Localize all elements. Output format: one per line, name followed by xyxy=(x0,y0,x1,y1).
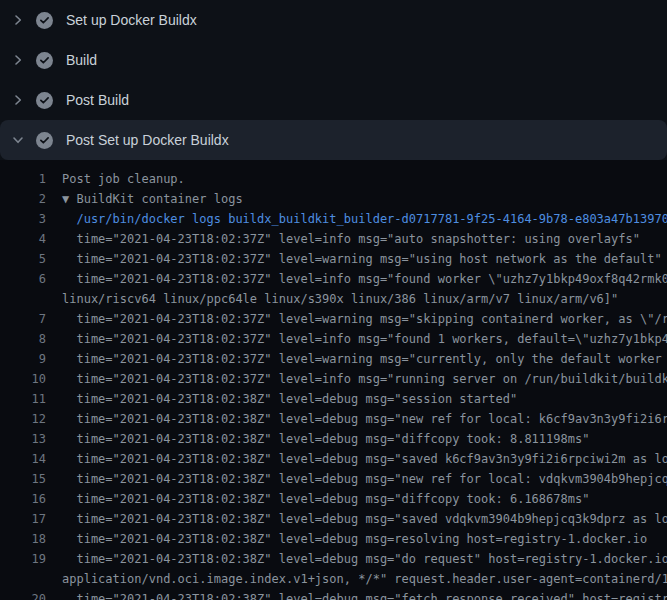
line-number xyxy=(0,289,46,309)
log-text: time="2021-04-23T18:02:38Z" level=debug … xyxy=(46,409,667,429)
line-number xyxy=(0,569,46,589)
log-line: 9 time="2021-04-23T18:02:37Z" level=warn… xyxy=(0,349,667,369)
log-line: 4 time="2021-04-23T18:02:37Z" level=info… xyxy=(0,229,667,249)
line-number[interactable]: 13 xyxy=(0,429,46,449)
log-group-toggle[interactable]: ▼ BuildKit container logs xyxy=(46,189,243,209)
step-header-set-up-docker-buildx[interactable]: Set up Docker Buildx xyxy=(0,0,667,40)
log-text: time="2021-04-23T18:02:38Z" level=debug … xyxy=(46,469,667,489)
chevron-right-icon xyxy=(10,52,26,68)
line-number[interactable]: 19 xyxy=(0,549,46,569)
step-list: Set up Docker BuildxBuildPost BuildPost … xyxy=(0,0,667,160)
log-text: time="2021-04-23T18:02:37Z" level=info m… xyxy=(46,329,667,349)
log-line: 15 time="2021-04-23T18:02:38Z" level=deb… xyxy=(0,469,667,489)
log-text: time="2021-04-23T18:02:38Z" level=debug … xyxy=(46,489,589,509)
log-text: application/vnd.oci.image.index.v1+json,… xyxy=(46,569,667,589)
log-text: Post job cleanup. xyxy=(46,169,185,189)
log-line: 8 time="2021-04-23T18:02:37Z" level=info… xyxy=(0,329,667,349)
line-number[interactable]: 1 xyxy=(0,169,46,189)
step-header-build[interactable]: Build xyxy=(0,40,667,80)
line-number[interactable]: 9 xyxy=(0,349,46,369)
log-line: 18 time="2021-04-23T18:02:38Z" level=deb… xyxy=(0,529,667,549)
step-label: Post Set up Docker Buildx xyxy=(66,132,229,148)
log-text: time="2021-04-23T18:02:37Z" level=info m… xyxy=(46,269,667,289)
log-text: time="2021-04-23T18:02:38Z" level=debug … xyxy=(46,389,517,409)
chevron-right-icon xyxy=(10,12,26,28)
log-text: time="2021-04-23T18:02:38Z" level=debug … xyxy=(46,549,667,569)
log-line: application/vnd.oci.image.index.v1+json,… xyxy=(0,569,667,589)
step-label: Build xyxy=(66,52,97,68)
log-line: 10 time="2021-04-23T18:02:37Z" level=inf… xyxy=(0,369,667,389)
log-line: 11 time="2021-04-23T18:02:38Z" level=deb… xyxy=(0,389,667,409)
line-number[interactable]: 15 xyxy=(0,469,46,489)
line-number[interactable]: 5 xyxy=(0,249,46,269)
log-line: 17 time="2021-04-23T18:02:38Z" level=deb… xyxy=(0,509,667,529)
line-number[interactable]: 7 xyxy=(0,309,46,329)
step-label: Set up Docker Buildx xyxy=(66,12,197,28)
log-panel: 1Post job cleanup.2▼ BuildKit container … xyxy=(0,160,667,600)
log-text: time="2021-04-23T18:02:38Z" level=debug … xyxy=(46,589,667,600)
log-text: time="2021-04-23T18:02:38Z" level=debug … xyxy=(46,509,667,529)
log-text: time="2021-04-23T18:02:38Z" level=debug … xyxy=(46,529,647,549)
log-line: linux/riscv64 linux/ppc64le linux/s390x … xyxy=(0,289,667,309)
check-circle-icon xyxy=(36,12,53,29)
line-number[interactable]: 6 xyxy=(0,269,46,289)
line-number[interactable]: 12 xyxy=(0,409,46,429)
line-number[interactable]: 11 xyxy=(0,389,46,409)
log-text: linux/riscv64 linux/ppc64le linux/s390x … xyxy=(46,289,618,309)
check-circle-icon xyxy=(36,132,53,149)
line-number[interactable]: 4 xyxy=(0,229,46,249)
log-line: 19 time="2021-04-23T18:02:38Z" level=deb… xyxy=(0,549,667,569)
step-label: Post Build xyxy=(66,92,129,108)
log-line: 14 time="2021-04-23T18:02:38Z" level=deb… xyxy=(0,449,667,469)
log-line: 16 time="2021-04-23T18:02:38Z" level=deb… xyxy=(0,489,667,509)
step-header-post-set-up-docker-buildx[interactable]: Post Set up Docker Buildx xyxy=(0,120,667,160)
log-line: 7 time="2021-04-23T18:02:37Z" level=warn… xyxy=(0,309,667,329)
log-line: 6 time="2021-04-23T18:02:37Z" level=info… xyxy=(0,269,667,289)
log-line: 1Post job cleanup. xyxy=(0,169,667,189)
log-text: time="2021-04-23T18:02:37Z" level=warnin… xyxy=(46,309,667,329)
line-number[interactable]: 16 xyxy=(0,489,46,509)
line-number[interactable]: 20 xyxy=(0,589,46,600)
line-number[interactable]: 18 xyxy=(0,529,46,549)
log-line: 12 time="2021-04-23T18:02:38Z" level=deb… xyxy=(0,409,667,429)
chevron-right-icon xyxy=(10,92,26,108)
line-number[interactable]: 2 xyxy=(0,189,46,209)
log-line: 13 time="2021-04-23T18:02:38Z" level=deb… xyxy=(0,429,667,449)
log-text: time="2021-04-23T18:02:37Z" level=warnin… xyxy=(46,349,667,369)
log-line: 3 /usr/bin/docker logs buildx_buildkit_b… xyxy=(0,209,667,229)
log-text: time="2021-04-23T18:02:37Z" level=warnin… xyxy=(46,249,662,269)
log-text: time="2021-04-23T18:02:37Z" level=info m… xyxy=(46,369,667,389)
log-text: time="2021-04-23T18:02:38Z" level=debug … xyxy=(46,449,667,469)
line-number[interactable]: 14 xyxy=(0,449,46,469)
check-circle-icon xyxy=(36,52,53,69)
log-line: 20 time="2021-04-23T18:02:38Z" level=deb… xyxy=(0,589,667,600)
log-group-line: 2▼ BuildKit container logs xyxy=(0,189,667,209)
log-text: /usr/bin/docker logs buildx_buildkit_bui… xyxy=(46,209,667,229)
line-number[interactable]: 3 xyxy=(0,209,46,229)
log-line: 5 time="2021-04-23T18:02:37Z" level=warn… xyxy=(0,249,667,269)
chevron-down-icon xyxy=(10,132,26,148)
check-circle-icon xyxy=(36,92,53,109)
line-number[interactable]: 8 xyxy=(0,329,46,349)
step-header-post-build[interactable]: Post Build xyxy=(0,80,667,120)
line-number[interactable]: 10 xyxy=(0,369,46,389)
log-text: time="2021-04-23T18:02:38Z" level=debug … xyxy=(46,429,589,449)
log-text: time="2021-04-23T18:02:37Z" level=info m… xyxy=(46,229,640,249)
line-number[interactable]: 17 xyxy=(0,509,46,529)
